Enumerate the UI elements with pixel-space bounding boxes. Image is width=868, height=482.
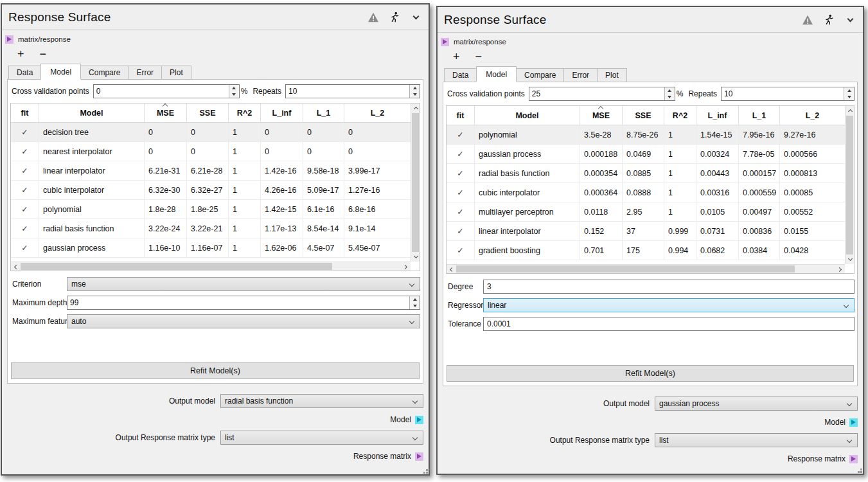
- horizontal-scrollbar[interactable]: [11, 262, 411, 271]
- response-matrix-port-icon[interactable]: [415, 452, 423, 461]
- spin-arrows[interactable]: [409, 85, 420, 98]
- column-header[interactable]: fit: [11, 103, 39, 122]
- table-row[interactable]: ✓radial basis function0.0003540.088510.0…: [447, 164, 845, 183]
- tab-model[interactable]: Model: [40, 64, 81, 80]
- table-row[interactable]: ✓gaussian process0.0001880.046910.003247…: [447, 145, 845, 164]
- tab-compare[interactable]: Compare: [81, 66, 128, 80]
- response-matrix-port-icon[interactable]: [849, 455, 858, 463]
- max-depth-spinbox[interactable]: 99: [67, 296, 420, 310]
- table-row[interactable]: ✓gaussian process1.16e-101.16e-0711.62e-…: [11, 238, 411, 258]
- output-model-combobox[interactable]: gaussian process: [655, 397, 858, 411]
- collapse-chevron-icon[interactable]: [844, 13, 856, 26]
- remove-button[interactable]: −: [475, 50, 483, 63]
- table-row[interactable]: ✓linear interpolator6.21e-316.21e-2811.4…: [11, 161, 411, 181]
- resize-grip[interactable]: [423, 469, 428, 474]
- horizontal-scroll-thumb[interactable]: [21, 263, 332, 270]
- table-row[interactable]: ✓nearest interpolator001000: [11, 142, 411, 161]
- model-output-port-icon[interactable]: [849, 418, 858, 427]
- column-header[interactable]: R^2: [664, 106, 696, 125]
- chevron-down-icon: [847, 438, 852, 443]
- tab-error[interactable]: Error: [128, 66, 162, 80]
- scroll-up-icon[interactable]: [411, 103, 420, 112]
- table-row[interactable]: ✓gradient boosting0.7011750.9940.06820.0…: [447, 241, 845, 260]
- horizontal-scroll-thumb[interactable]: [456, 265, 795, 272]
- regressor-combobox[interactable]: linear: [483, 298, 855, 312]
- column-header[interactable]: fit: [447, 106, 475, 125]
- table-row[interactable]: ✓multilayer perceptron0.01182.9510.01050…: [447, 202, 845, 222]
- spin-arrows[interactable]: [844, 87, 854, 100]
- scroll-left-icon[interactable]: [447, 265, 456, 274]
- repeats-spinbox[interactable]: 10: [721, 87, 855, 101]
- column-header[interactable]: L_inf: [261, 103, 303, 122]
- repeats-value: 10: [722, 87, 844, 100]
- input-port-icon[interactable]: [441, 38, 449, 46]
- horizontal-scrollbar[interactable]: [447, 264, 845, 273]
- tab-data[interactable]: Data: [8, 66, 41, 80]
- spin-arrows[interactable]: [229, 85, 239, 98]
- tab-plot[interactable]: Plot: [162, 66, 191, 80]
- cross-validation-row: Cross validation points 0 % Repeats 10: [10, 84, 420, 98]
- remove-button[interactable]: −: [40, 48, 47, 60]
- tab-plot[interactable]: Plot: [598, 68, 627, 82]
- scroll-left-icon[interactable]: [11, 262, 20, 271]
- spin-arrows[interactable]: [664, 87, 675, 100]
- column-header[interactable]: L_1: [303, 103, 344, 122]
- max-features-combobox[interactable]: auto: [67, 314, 420, 328]
- column-header[interactable]: Model: [39, 103, 145, 122]
- refit-models-button[interactable]: Refit Model(s): [447, 365, 854, 382]
- table-row[interactable]: ✓linear interpolator0.152370.9990.07310.…: [447, 222, 845, 241]
- input-port-icon[interactable]: [5, 35, 13, 44]
- table-row[interactable]: ✓polynomial3.5e-288.75e-2611.54e-157.95e…: [447, 125, 845, 145]
- refit-models-button[interactable]: Refit Model(s): [11, 362, 420, 379]
- vertical-scrollbar[interactable]: [411, 103, 420, 262]
- vertical-scroll-thumb[interactable]: [412, 113, 419, 252]
- resize-grip[interactable]: [857, 468, 862, 473]
- column-header[interactable]: L_2: [344, 103, 411, 122]
- vertical-scrollbar[interactable]: [845, 106, 854, 264]
- table-row[interactable]: ✓polynomial1.8e-281.8e-2511.42e-156.1e-1…: [11, 200, 411, 219]
- add-button[interactable]: +: [17, 48, 24, 60]
- criterion-combobox[interactable]: mse: [67, 277, 420, 291]
- column-header[interactable]: L_inf: [696, 106, 739, 125]
- tab-compare[interactable]: Compare: [517, 68, 564, 82]
- table-cell: 0: [261, 123, 303, 141]
- tab-model[interactable]: Model: [476, 66, 517, 82]
- cv-points-spinbox[interactable]: 0: [93, 84, 240, 98]
- table-row[interactable]: ✓cubic interpolator6.32e-306.32e-2714.26…: [11, 181, 411, 200]
- table-row[interactable]: ✓decision tree001000: [11, 123, 411, 142]
- column-header[interactable]: MSE: [145, 103, 187, 122]
- column-header[interactable]: Model: [475, 106, 580, 125]
- matrix-type-combobox[interactable]: list: [220, 431, 423, 445]
- scroll-down-icon[interactable]: [411, 253, 420, 262]
- model-output-port-icon[interactable]: [415, 416, 423, 424]
- scroll-down-icon[interactable]: [846, 255, 855, 264]
- output-model-value: radial basis function: [225, 397, 293, 406]
- column-header[interactable]: L_2: [780, 106, 845, 125]
- tab-error[interactable]: Error: [564, 68, 598, 82]
- vertical-scroll-thumb[interactable]: [846, 116, 853, 254]
- column-header[interactable]: MSE: [580, 106, 623, 125]
- tolerance-input[interactable]: 0.0001: [483, 317, 855, 331]
- table-row[interactable]: ✓cubic interpolator0.0003640.088810.0031…: [447, 183, 845, 202]
- column-header[interactable]: L_1: [739, 106, 780, 125]
- repeats-spinbox[interactable]: 10: [285, 84, 420, 98]
- runner-icon[interactable]: [822, 13, 835, 26]
- column-header[interactable]: R^2: [229, 103, 261, 122]
- cv-points-spinbox[interactable]: 25: [529, 87, 675, 101]
- column-header[interactable]: SSE: [187, 103, 229, 122]
- scroll-right-icon[interactable]: [402, 262, 411, 271]
- table-row[interactable]: ✓radial basis function3.22e-243.22e-2111…: [11, 219, 411, 238]
- matrix-type-combobox[interactable]: list: [655, 433, 858, 447]
- tab-data[interactable]: Data: [444, 68, 477, 82]
- fit-checkmark-icon: ✓: [447, 145, 475, 163]
- runner-icon[interactable]: [388, 11, 401, 24]
- add-button[interactable]: +: [453, 50, 460, 63]
- spin-arrows[interactable]: [409, 296, 420, 309]
- scroll-up-icon[interactable]: [846, 106, 855, 115]
- degree-input[interactable]: 3: [483, 280, 855, 294]
- collapse-chevron-icon[interactable]: [409, 11, 422, 24]
- table-cell: 1: [664, 183, 696, 202]
- output-model-combobox[interactable]: radial basis function: [220, 394, 423, 408]
- column-header[interactable]: SSE: [623, 106, 664, 125]
- scroll-right-icon[interactable]: [836, 265, 845, 274]
